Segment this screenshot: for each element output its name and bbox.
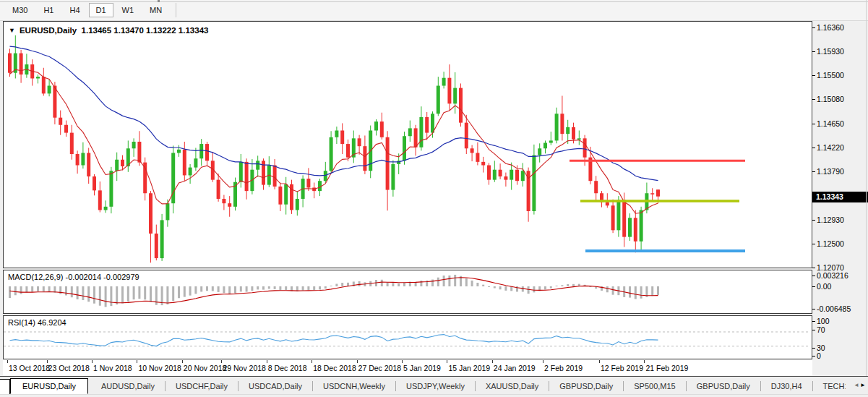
chart-tab-usdcad-daily[interactable]: USDCAD,Daily — [239, 379, 312, 393]
chart-tab-usdcnh-weekly[interactable]: USDCNH,Weekly — [313, 379, 395, 393]
candle-body — [335, 130, 338, 137]
rsi-panel[interactable]: RSI(14) 46.9204 — [3, 315, 812, 359]
chart-dropdown-icon[interactable]: ▼ — [9, 27, 15, 34]
tab-scroll-left-icon[interactable]: ◄ — [854, 377, 859, 394]
candle-body — [239, 162, 243, 182]
toolbar-artifact — [158, 0, 160, 2]
macd-panel[interactable]: MACD(12,26,9) -0.002014 -0.002979 — [3, 270, 812, 314]
macd-histogram-bar — [77, 286, 79, 299]
rsi-axis-label-tick — [812, 330, 815, 330]
date-axis-label: 8 Dec 2018 — [268, 364, 307, 372]
macd-histogram-bar — [494, 286, 496, 288]
chart-tab-audusd-daily[interactable]: AUDUSD,Daily — [91, 379, 165, 393]
candle-body — [36, 77, 40, 78]
date-axis-label: 21 Feb 2019 — [645, 364, 688, 372]
chart-tab-usdchf-daily[interactable]: USDCHF,Daily — [166, 379, 238, 393]
chart-tab-sp500-m15[interactable]: SP500,M15 — [624, 379, 685, 393]
macd-histogram-bar — [606, 286, 609, 292]
macd-histogram-bar — [65, 286, 67, 295]
candlestick-chart[interactable] — [4, 22, 810, 266]
macd-histogram-bar — [544, 286, 546, 289]
macd-histogram-bar — [110, 286, 112, 306]
chart-tab-xauusd-daily[interactable]: XAUUSD,Daily — [476, 379, 549, 393]
macd-histogram-bar — [572, 284, 575, 286]
macd-histogram-bar — [166, 286, 168, 304]
candle-body — [447, 78, 451, 104]
macd-histogram-bar — [556, 286, 558, 286]
macd-histogram-bar — [285, 286, 287, 290]
candle-body — [70, 133, 74, 154]
macd-histogram-bar — [99, 286, 101, 306]
candle-body — [104, 207, 108, 210]
date-tick — [447, 360, 447, 363]
price-chart-panel[interactable] — [3, 21, 812, 268]
candle-body — [510, 170, 513, 180]
chart-tab-bar: EURUSD,DailyAUDUSD,DailyUSDCHF,DailyUSDC… — [0, 376, 868, 395]
macd-axis-label: 0.003216 — [817, 270, 848, 281]
candle-body — [521, 171, 525, 181]
candle-body — [419, 117, 423, 148]
candle-body — [340, 130, 344, 144]
macd-histogram-bar — [476, 283, 478, 286]
macd-histogram-bar — [240, 286, 242, 291]
candle-body — [616, 200, 620, 231]
timeframe-button-d1[interactable]: D1 — [89, 3, 113, 17]
tab-scroll-right-icon[interactable]: ► — [860, 377, 866, 394]
macd-axis-label-tick — [812, 286, 815, 287]
timeframe-button-h1[interactable]: H1 — [36, 3, 61, 17]
macd-histogram-bar — [178, 286, 180, 298]
timeframe-button-w1[interactable]: W1 — [115, 3, 142, 17]
candle-body — [606, 202, 609, 206]
candle-body — [42, 77, 46, 93]
macd-histogram-bar — [268, 286, 270, 289]
macd-axis-label: 0.00 — [817, 281, 831, 291]
macd-histogram-bar — [251, 286, 253, 291]
timeframe-button-mn[interactable]: MN — [142, 3, 169, 17]
macd-histogram-bar — [358, 281, 361, 286]
chart-tab-eurusd-daily[interactable]: EURUSD,Daily — [10, 378, 88, 394]
date-axis-label: 2 Feb 2019 — [544, 364, 583, 372]
macd-histogram-bar — [172, 286, 174, 301]
macd-histogram-bar — [561, 285, 563, 286]
macd-histogram-bar — [279, 286, 281, 290]
candle-body — [572, 127, 575, 140]
tab-strip-left-stub — [0, 379, 10, 396]
price-axis-label-tick — [812, 27, 815, 28]
price-axis-label: 1.12500 — [817, 239, 844, 249]
macd-histogram-bar — [218, 286, 220, 292]
candle-body — [346, 144, 350, 158]
candle-body — [149, 193, 152, 234]
chart-tab-gbpusd-daily[interactable]: GBPUSD,Daily — [549, 379, 623, 393]
rsi-axis-label: 0 — [817, 351, 821, 361]
date-tick — [47, 360, 48, 363]
candle-body — [358, 138, 361, 146]
candle-body — [284, 184, 288, 205]
window-bottom-edge — [0, 394, 868, 397]
candle-body — [363, 146, 366, 171]
chart-tab-dj30-h4[interactable]: DJ30,H4 — [761, 379, 812, 393]
rsi-chart[interactable] — [4, 316, 810, 357]
candle-body — [155, 234, 158, 258]
tab-scroll-arrows: ◄ ► — [851, 377, 868, 394]
candle-body — [656, 189, 660, 196]
candle-body — [132, 142, 136, 148]
timeframe-button-h4[interactable]: H4 — [62, 3, 87, 17]
price-axis-label: 1.14650 — [817, 119, 844, 129]
candle-body — [199, 144, 203, 158]
candle-body — [205, 144, 209, 161]
macd-histogram-bar — [82, 286, 84, 300]
macd-histogram-bar — [14, 286, 17, 295]
macd-histogram-bar — [105, 286, 107, 307]
timeframe-button-m30[interactable]: M30 — [5, 3, 35, 17]
date-tick — [543, 360, 543, 363]
chart-tab-usdjpy-weekly[interactable]: USDJPY,Weekly — [396, 379, 475, 393]
date-tick — [267, 360, 267, 363]
candle-body — [245, 162, 249, 191]
macd-histogram-bar — [31, 286, 33, 292]
candle-body — [634, 218, 637, 242]
chart-tab-tech100-daily[interactable]: TECH100,Daily — [813, 379, 846, 393]
candle-body — [306, 179, 310, 187]
candle-body — [121, 160, 124, 166]
candle-body — [487, 166, 491, 180]
chart-tab-gbpusd-daily[interactable]: GBPUSD,Daily — [687, 379, 760, 393]
